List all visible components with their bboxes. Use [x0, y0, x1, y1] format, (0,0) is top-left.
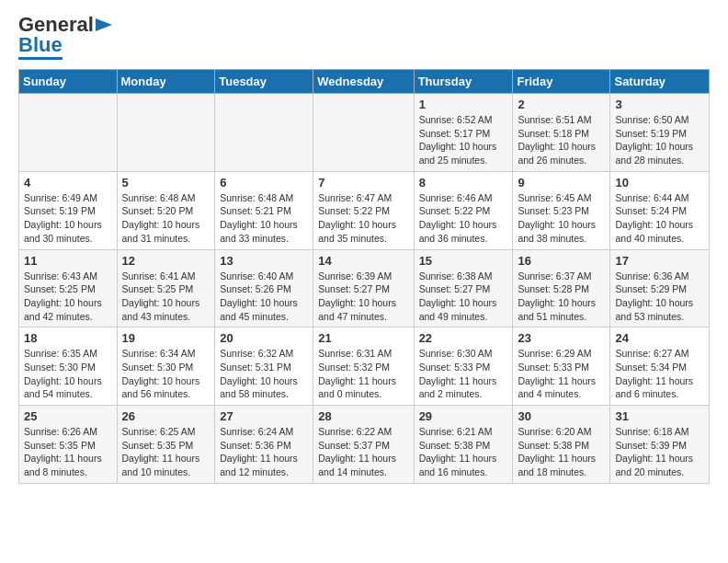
calendar-cell: 2Sunrise: 6:51 AM Sunset: 5:18 PM Daylig… [513, 94, 610, 172]
calendar-cell: 1Sunrise: 6:52 AM Sunset: 5:17 PM Daylig… [414, 94, 513, 172]
day-number: 14 [318, 254, 408, 268]
calendar-cell: 16Sunrise: 6:37 AM Sunset: 5:28 PM Dayli… [513, 249, 610, 327]
day-number: 18 [24, 331, 112, 345]
day-number: 17 [615, 254, 704, 268]
calendar-week-row: 18Sunrise: 6:35 AM Sunset: 5:30 PM Dayli… [19, 327, 710, 406]
day-number: 1 [419, 98, 508, 111]
day-info: Sunrise: 6:40 AM Sunset: 5:26 PM Dayligh… [220, 270, 308, 324]
day-number: 12 [122, 254, 210, 268]
weekday-header-monday: Monday [117, 70, 215, 94]
day-number: 19 [122, 331, 210, 345]
calendar-cell: 9Sunrise: 6:45 AM Sunset: 5:23 PM Daylig… [513, 171, 610, 249]
calendar-cell: 6Sunrise: 6:48 AM Sunset: 5:21 PM Daylig… [215, 171, 313, 249]
page-header: General Blue [18, 15, 710, 60]
weekday-header-tuesday: Tuesday [215, 70, 313, 94]
day-number: 2 [518, 98, 605, 111]
day-number: 21 [318, 331, 408, 345]
day-number: 9 [518, 176, 605, 190]
calendar-cell [117, 94, 215, 172]
day-info: Sunrise: 6:48 AM Sunset: 5:21 PM Dayligh… [220, 191, 308, 246]
weekday-header-thursday: Thursday [414, 70, 513, 94]
weekday-header-row: SundayMondayTuesdayWednesdayThursdayFrid… [19, 70, 710, 94]
calendar-cell: 28Sunrise: 6:22 AM Sunset: 5:37 PM Dayli… [313, 406, 414, 484]
calendar-week-row: 25Sunrise: 6:26 AM Sunset: 5:35 PM Dayli… [19, 406, 710, 484]
day-number: 10 [615, 176, 704, 190]
calendar-cell: 21Sunrise: 6:31 AM Sunset: 5:32 PM Dayli… [313, 327, 414, 406]
day-number: 7 [318, 176, 408, 190]
calendar-cell: 7Sunrise: 6:47 AM Sunset: 5:22 PM Daylig… [313, 171, 414, 249]
day-number: 8 [419, 176, 508, 190]
weekday-header-saturday: Saturday [610, 70, 710, 94]
day-number: 29 [419, 409, 508, 423]
day-info: Sunrise: 6:45 AM Sunset: 5:23 PM Dayligh… [518, 191, 605, 246]
day-number: 22 [419, 331, 508, 345]
day-info: Sunrise: 6:50 AM Sunset: 5:19 PM Dayligh… [615, 113, 704, 167]
calendar-cell: 22Sunrise: 6:30 AM Sunset: 5:33 PM Dayli… [414, 327, 513, 406]
calendar-cell: 26Sunrise: 6:25 AM Sunset: 5:35 PM Dayli… [117, 406, 215, 484]
day-info: Sunrise: 6:46 AM Sunset: 5:22 PM Dayligh… [419, 191, 508, 246]
day-info: Sunrise: 6:36 AM Sunset: 5:29 PM Dayligh… [615, 270, 704, 324]
calendar-cell: 19Sunrise: 6:34 AM Sunset: 5:30 PM Dayli… [117, 327, 215, 406]
calendar-cell: 10Sunrise: 6:44 AM Sunset: 5:24 PM Dayli… [610, 171, 710, 249]
calendar-cell: 25Sunrise: 6:26 AM Sunset: 5:35 PM Dayli… [19, 406, 118, 484]
day-info: Sunrise: 6:44 AM Sunset: 5:24 PM Dayligh… [615, 191, 704, 246]
calendar-week-row: 1Sunrise: 6:52 AM Sunset: 5:17 PM Daylig… [19, 94, 710, 172]
calendar-cell: 8Sunrise: 6:46 AM Sunset: 5:22 PM Daylig… [414, 171, 513, 249]
calendar-cell: 5Sunrise: 6:48 AM Sunset: 5:20 PM Daylig… [117, 171, 215, 249]
calendar-week-row: 11Sunrise: 6:43 AM Sunset: 5:25 PM Dayli… [19, 249, 710, 327]
day-info: Sunrise: 6:41 AM Sunset: 5:25 PM Dayligh… [122, 270, 210, 324]
day-info: Sunrise: 6:27 AM Sunset: 5:34 PM Dayligh… [615, 347, 704, 401]
day-info: Sunrise: 6:25 AM Sunset: 5:35 PM Dayligh… [122, 425, 210, 479]
day-number: 20 [220, 331, 308, 345]
day-info: Sunrise: 6:34 AM Sunset: 5:30 PM Dayligh… [122, 347, 210, 401]
day-info: Sunrise: 6:30 AM Sunset: 5:33 PM Dayligh… [419, 347, 508, 401]
day-info: Sunrise: 6:47 AM Sunset: 5:22 PM Dayligh… [318, 191, 408, 246]
day-number: 3 [615, 98, 704, 111]
day-info: Sunrise: 6:35 AM Sunset: 5:30 PM Dayligh… [24, 347, 112, 401]
weekday-header-friday: Friday [513, 70, 610, 94]
day-info: Sunrise: 6:32 AM Sunset: 5:31 PM Dayligh… [220, 347, 308, 401]
logo-underline [18, 57, 63, 60]
calendar-cell [313, 94, 414, 172]
day-number: 5 [122, 176, 210, 190]
day-number: 27 [220, 409, 308, 423]
calendar-cell: 30Sunrise: 6:20 AM Sunset: 5:38 PM Dayli… [513, 406, 610, 484]
day-number: 31 [615, 409, 704, 423]
calendar-cell: 18Sunrise: 6:35 AM Sunset: 5:30 PM Dayli… [19, 327, 118, 406]
calendar-cell [19, 94, 118, 172]
day-info: Sunrise: 6:26 AM Sunset: 5:35 PM Dayligh… [24, 425, 112, 479]
day-info: Sunrise: 6:18 AM Sunset: 5:39 PM Dayligh… [615, 425, 704, 479]
calendar-cell [215, 94, 313, 172]
day-info: Sunrise: 6:49 AM Sunset: 5:19 PM Dayligh… [24, 191, 112, 246]
day-number: 25 [24, 409, 112, 423]
day-number: 16 [518, 254, 605, 268]
calendar-cell: 23Sunrise: 6:29 AM Sunset: 5:33 PM Dayli… [513, 327, 610, 406]
day-info: Sunrise: 6:52 AM Sunset: 5:17 PM Dayligh… [419, 113, 508, 167]
weekday-header-sunday: Sunday [19, 70, 118, 94]
day-number: 13 [220, 254, 308, 268]
calendar-cell: 29Sunrise: 6:21 AM Sunset: 5:38 PM Dayli… [414, 406, 513, 484]
logo-blue: Blue [18, 35, 63, 55]
day-info: Sunrise: 6:22 AM Sunset: 5:37 PM Dayligh… [318, 425, 408, 479]
calendar-cell: 27Sunrise: 6:24 AM Sunset: 5:36 PM Dayli… [215, 406, 313, 484]
logo: General Blue [18, 15, 112, 60]
calendar-cell: 13Sunrise: 6:40 AM Sunset: 5:26 PM Dayli… [215, 249, 313, 327]
day-number: 6 [220, 176, 308, 190]
day-info: Sunrise: 6:38 AM Sunset: 5:27 PM Dayligh… [419, 270, 508, 324]
calendar-cell: 11Sunrise: 6:43 AM Sunset: 5:25 PM Dayli… [19, 249, 118, 327]
calendar-cell: 24Sunrise: 6:27 AM Sunset: 5:34 PM Dayli… [610, 327, 710, 406]
weekday-header-wednesday: Wednesday [313, 70, 414, 94]
calendar-cell: 17Sunrise: 6:36 AM Sunset: 5:29 PM Dayli… [610, 249, 710, 327]
day-info: Sunrise: 6:24 AM Sunset: 5:36 PM Dayligh… [220, 425, 308, 479]
day-info: Sunrise: 6:39 AM Sunset: 5:27 PM Dayligh… [318, 270, 408, 324]
day-number: 4 [24, 176, 112, 190]
day-number: 24 [615, 331, 704, 345]
calendar-cell: 12Sunrise: 6:41 AM Sunset: 5:25 PM Dayli… [117, 249, 215, 327]
day-number: 28 [318, 409, 408, 423]
logo-general: General [18, 15, 112, 35]
day-info: Sunrise: 6:21 AM Sunset: 5:38 PM Dayligh… [419, 425, 508, 479]
day-info: Sunrise: 6:43 AM Sunset: 5:25 PM Dayligh… [24, 270, 112, 324]
day-info: Sunrise: 6:20 AM Sunset: 5:38 PM Dayligh… [518, 425, 605, 479]
calendar-cell: 4Sunrise: 6:49 AM Sunset: 5:19 PM Daylig… [19, 171, 118, 249]
day-number: 23 [518, 331, 605, 345]
